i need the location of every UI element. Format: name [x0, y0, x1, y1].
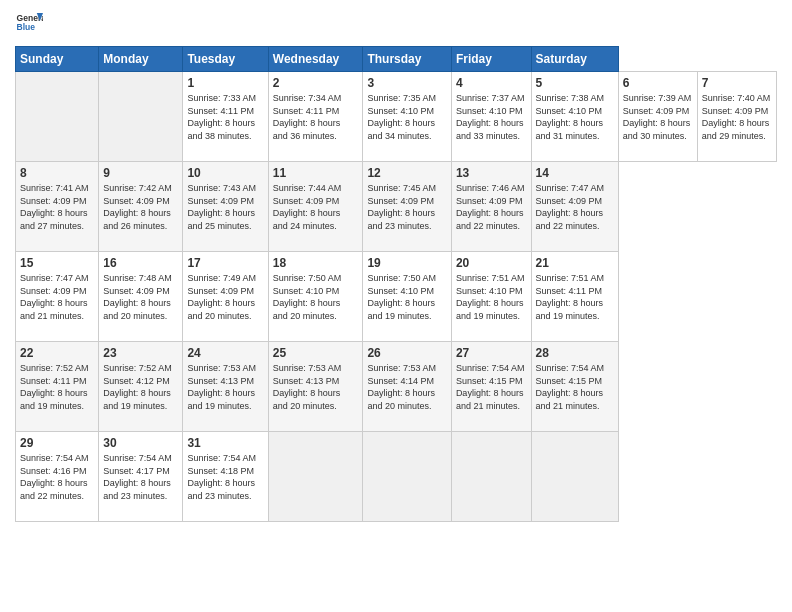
day-cell: 29Sunrise: 7:54 AMSunset: 4:16 PMDayligh… — [16, 432, 99, 522]
day-cell: 26Sunrise: 7:53 AMSunset: 4:14 PMDayligh… — [363, 342, 451, 432]
day-info: Sunrise: 7:42 AMSunset: 4:09 PMDaylight:… — [103, 182, 178, 232]
day-info: Sunrise: 7:40 AMSunset: 4:09 PMDaylight:… — [702, 92, 772, 142]
week-row-5: 29Sunrise: 7:54 AMSunset: 4:16 PMDayligh… — [16, 432, 777, 522]
day-info: Sunrise: 7:49 AMSunset: 4:09 PMDaylight:… — [187, 272, 263, 322]
day-number: 6 — [623, 76, 693, 90]
weekday-header-sunday: Sunday — [16, 47, 99, 72]
day-number: 2 — [273, 76, 359, 90]
day-info: Sunrise: 7:52 AMSunset: 4:11 PMDaylight:… — [20, 362, 94, 412]
day-number: 22 — [20, 346, 94, 360]
day-number: 29 — [20, 436, 94, 450]
week-row-1: 1Sunrise: 7:33 AMSunset: 4:11 PMDaylight… — [16, 72, 777, 162]
day-cell: 7Sunrise: 7:40 AMSunset: 4:09 PMDaylight… — [697, 72, 776, 162]
day-info: Sunrise: 7:54 AMSunset: 4:16 PMDaylight:… — [20, 452, 94, 502]
day-cell: 22Sunrise: 7:52 AMSunset: 4:11 PMDayligh… — [16, 342, 99, 432]
day-cell: 19Sunrise: 7:50 AMSunset: 4:10 PMDayligh… — [363, 252, 451, 342]
day-cell — [16, 72, 99, 162]
day-info: Sunrise: 7:54 AMSunset: 4:15 PMDaylight:… — [456, 362, 527, 412]
day-info: Sunrise: 7:50 AMSunset: 4:10 PMDaylight:… — [273, 272, 359, 322]
day-info: Sunrise: 7:33 AMSunset: 4:11 PMDaylight:… — [187, 92, 263, 142]
day-info: Sunrise: 7:51 AMSunset: 4:11 PMDaylight:… — [536, 272, 614, 322]
day-cell: 10Sunrise: 7:43 AMSunset: 4:09 PMDayligh… — [183, 162, 268, 252]
weekday-header-row: SundayMondayTuesdayWednesdayThursdayFrid… — [16, 47, 777, 72]
day-cell: 14Sunrise: 7:47 AMSunset: 4:09 PMDayligh… — [531, 162, 618, 252]
day-info: Sunrise: 7:38 AMSunset: 4:10 PMDaylight:… — [536, 92, 614, 142]
day-cell: 4Sunrise: 7:37 AMSunset: 4:10 PMDaylight… — [451, 72, 531, 162]
day-number: 19 — [367, 256, 446, 270]
week-row-2: 8Sunrise: 7:41 AMSunset: 4:09 PMDaylight… — [16, 162, 777, 252]
page-container: General Blue SundayMondayTuesdayWednesda… — [0, 0, 792, 612]
day-info: Sunrise: 7:44 AMSunset: 4:09 PMDaylight:… — [273, 182, 359, 232]
day-cell: 11Sunrise: 7:44 AMSunset: 4:09 PMDayligh… — [268, 162, 363, 252]
day-number: 4 — [456, 76, 527, 90]
day-info: Sunrise: 7:54 AMSunset: 4:15 PMDaylight:… — [536, 362, 614, 412]
day-cell: 23Sunrise: 7:52 AMSunset: 4:12 PMDayligh… — [99, 342, 183, 432]
day-cell: 12Sunrise: 7:45 AMSunset: 4:09 PMDayligh… — [363, 162, 451, 252]
day-cell — [363, 432, 451, 522]
day-cell: 9Sunrise: 7:42 AMSunset: 4:09 PMDaylight… — [99, 162, 183, 252]
day-cell: 8Sunrise: 7:41 AMSunset: 4:09 PMDaylight… — [16, 162, 99, 252]
day-cell — [99, 72, 183, 162]
day-cell: 6Sunrise: 7:39 AMSunset: 4:09 PMDaylight… — [618, 72, 697, 162]
day-cell: 16Sunrise: 7:48 AMSunset: 4:09 PMDayligh… — [99, 252, 183, 342]
day-number: 27 — [456, 346, 527, 360]
weekday-header-saturday: Saturday — [531, 47, 618, 72]
day-cell: 31Sunrise: 7:54 AMSunset: 4:18 PMDayligh… — [183, 432, 268, 522]
day-cell: 21Sunrise: 7:51 AMSunset: 4:11 PMDayligh… — [531, 252, 618, 342]
day-number: 14 — [536, 166, 614, 180]
weekday-header-friday: Friday — [451, 47, 531, 72]
day-number: 30 — [103, 436, 178, 450]
day-info: Sunrise: 7:45 AMSunset: 4:09 PMDaylight:… — [367, 182, 446, 232]
day-number: 11 — [273, 166, 359, 180]
day-info: Sunrise: 7:50 AMSunset: 4:10 PMDaylight:… — [367, 272, 446, 322]
day-number: 21 — [536, 256, 614, 270]
day-info: Sunrise: 7:53 AMSunset: 4:14 PMDaylight:… — [367, 362, 446, 412]
header-row: General Blue — [15, 10, 777, 38]
day-cell: 17Sunrise: 7:49 AMSunset: 4:09 PMDayligh… — [183, 252, 268, 342]
day-cell: 25Sunrise: 7:53 AMSunset: 4:13 PMDayligh… — [268, 342, 363, 432]
day-info: Sunrise: 7:48 AMSunset: 4:09 PMDaylight:… — [103, 272, 178, 322]
weekday-header-thursday: Thursday — [363, 47, 451, 72]
day-cell: 30Sunrise: 7:54 AMSunset: 4:17 PMDayligh… — [99, 432, 183, 522]
day-number: 9 — [103, 166, 178, 180]
day-number: 18 — [273, 256, 359, 270]
svg-text:Blue: Blue — [17, 22, 36, 32]
week-row-3: 15Sunrise: 7:47 AMSunset: 4:09 PMDayligh… — [16, 252, 777, 342]
logo: General Blue — [15, 10, 43, 38]
day-number: 28 — [536, 346, 614, 360]
weekday-header-monday: Monday — [99, 47, 183, 72]
day-cell: 20Sunrise: 7:51 AMSunset: 4:10 PMDayligh… — [451, 252, 531, 342]
day-cell: 13Sunrise: 7:46 AMSunset: 4:09 PMDayligh… — [451, 162, 531, 252]
day-cell: 18Sunrise: 7:50 AMSunset: 4:10 PMDayligh… — [268, 252, 363, 342]
day-info: Sunrise: 7:54 AMSunset: 4:17 PMDaylight:… — [103, 452, 178, 502]
day-info: Sunrise: 7:51 AMSunset: 4:10 PMDaylight:… — [456, 272, 527, 322]
day-cell: 28Sunrise: 7:54 AMSunset: 4:15 PMDayligh… — [531, 342, 618, 432]
day-number: 1 — [187, 76, 263, 90]
day-number: 20 — [456, 256, 527, 270]
day-cell — [268, 432, 363, 522]
day-cell — [451, 432, 531, 522]
day-info: Sunrise: 7:52 AMSunset: 4:12 PMDaylight:… — [103, 362, 178, 412]
day-number: 26 — [367, 346, 446, 360]
weekday-header-tuesday: Tuesday — [183, 47, 268, 72]
day-info: Sunrise: 7:54 AMSunset: 4:18 PMDaylight:… — [187, 452, 263, 502]
day-cell: 24Sunrise: 7:53 AMSunset: 4:13 PMDayligh… — [183, 342, 268, 432]
day-cell: 27Sunrise: 7:54 AMSunset: 4:15 PMDayligh… — [451, 342, 531, 432]
day-number: 25 — [273, 346, 359, 360]
day-cell: 5Sunrise: 7:38 AMSunset: 4:10 PMDaylight… — [531, 72, 618, 162]
day-info: Sunrise: 7:41 AMSunset: 4:09 PMDaylight:… — [20, 182, 94, 232]
day-cell — [531, 432, 618, 522]
day-number: 10 — [187, 166, 263, 180]
day-number: 24 — [187, 346, 263, 360]
day-info: Sunrise: 7:47 AMSunset: 4:09 PMDaylight:… — [20, 272, 94, 322]
day-cell: 1Sunrise: 7:33 AMSunset: 4:11 PMDaylight… — [183, 72, 268, 162]
day-number: 8 — [20, 166, 94, 180]
day-cell: 15Sunrise: 7:47 AMSunset: 4:09 PMDayligh… — [16, 252, 99, 342]
day-number: 3 — [367, 76, 446, 90]
day-number: 15 — [20, 256, 94, 270]
day-number: 7 — [702, 76, 772, 90]
day-info: Sunrise: 7:47 AMSunset: 4:09 PMDaylight:… — [536, 182, 614, 232]
day-info: Sunrise: 7:53 AMSunset: 4:13 PMDaylight:… — [273, 362, 359, 412]
day-info: Sunrise: 7:35 AMSunset: 4:10 PMDaylight:… — [367, 92, 446, 142]
weekday-header-wednesday: Wednesday — [268, 47, 363, 72]
